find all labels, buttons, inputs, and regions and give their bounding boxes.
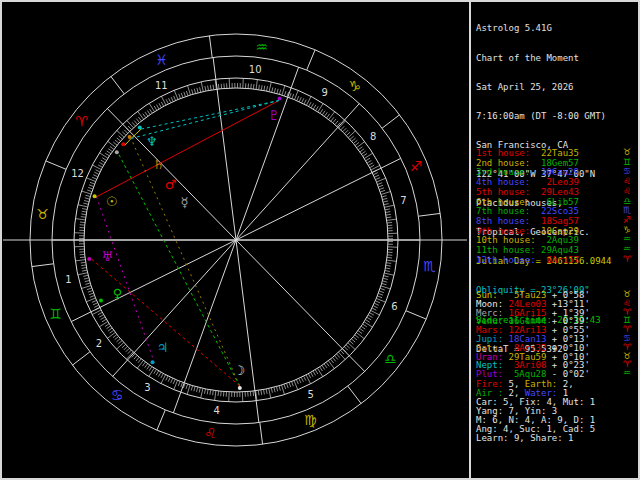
planet-glyph-uran: ♅ xyxy=(101,249,113,264)
planet-glyph-nept: ♆ xyxy=(146,134,158,149)
house-number-9: 9 xyxy=(321,87,327,98)
planet-dot-merc xyxy=(115,150,119,154)
house-cusp-value: 18Gem57 xyxy=(541,158,579,168)
house-number-7: 7 xyxy=(400,195,406,206)
house-cusp-value: 29Leo43 xyxy=(541,187,579,197)
chart-type: Chart of the Moment xyxy=(476,54,636,64)
sign-glyph-sagittarius: ♐ xyxy=(410,158,423,174)
planet-glyphs: ♆♄♂☿☉♅♀♃☽♇ xyxy=(101,108,280,377)
planet-markers xyxy=(87,97,281,390)
aspect-conjunct-mars-satu xyxy=(125,139,131,146)
chart-statistics: Fire: 5, Earth: 2,Air : 2, Water: 1Car: … xyxy=(476,380,636,443)
house-number-3: 3 xyxy=(144,382,150,393)
sidebar-divider xyxy=(469,0,471,480)
aspect-square-moon-uran xyxy=(91,259,240,386)
planet-dot-uran xyxy=(87,257,91,261)
planet-dot-venu xyxy=(99,299,103,303)
house-cusp-value: 22Sco35 xyxy=(541,206,579,216)
sign-glyph-sco: ♏ xyxy=(623,206,631,215)
sign-glyph-pisces: ♓ xyxy=(155,52,168,68)
house-cusp-list: 1st house: 22Tau35♉2nd house: 18Gem57♊3r… xyxy=(476,149,631,265)
wheel-svg: ♈♉♊♋♌♍♎♏♐♑♒♓123456789101112♆♄♂☿☉♅♀♃☽♇ xyxy=(0,0,470,480)
sign-glyph-aries: ♈ xyxy=(75,113,88,129)
house-cusp-value: 2Leo39 xyxy=(541,177,579,187)
sign-glyph-taurus: ♉ xyxy=(36,206,49,222)
chart-time: 7:16:00am (DT -8:00 GMT) xyxy=(476,112,636,122)
app-title: Astrolog 5.41G xyxy=(476,24,636,34)
planet-dot-plut xyxy=(278,97,282,101)
sign-glyph-gem: ♊ xyxy=(623,158,631,167)
sign-glyph-leo: ♌ xyxy=(204,425,217,441)
sign-glyph-aquarius: ♒ xyxy=(255,39,268,55)
planet-glyph-satu: ♄ xyxy=(153,157,165,172)
house-cusp-value: 22Tau35 xyxy=(541,148,579,158)
planet-glyph-mars: ♂ xyxy=(165,177,177,192)
house-label: 1st house: xyxy=(476,148,541,158)
planet-position-value: 5Aqu28 xyxy=(509,369,547,379)
sign-glyph-sag: ♐ xyxy=(623,216,631,225)
planet-glyph-merc: ☿ xyxy=(180,195,188,210)
house-cusp-value: 29Aqu43 xyxy=(541,245,579,255)
sign-glyph-cap: ♑ xyxy=(623,226,631,235)
chart-wheel-area: ♈♉♊♋♌♍♎♏♐♑♒♓123456789101112♆♄♂☿☉♅♀♃☽♇ xyxy=(0,0,470,480)
house-label: 2nd house: xyxy=(476,158,541,168)
planet-glyph-moon: ☽ xyxy=(233,363,245,378)
house-number-12: 12 xyxy=(71,168,84,179)
planet-glyph-sun: ☉ xyxy=(106,194,118,209)
planet-label: Plut: xyxy=(476,369,509,379)
sign-glyph-aqu: ♒ xyxy=(623,369,631,378)
house-number-6: 6 xyxy=(391,301,397,312)
aspect-trine-moon-merc xyxy=(118,154,239,387)
house-label: 3rd house: xyxy=(476,167,541,177)
aspect-sesquiquadrate-moon-satu xyxy=(131,139,240,387)
house-number-5: 5 xyxy=(308,389,314,400)
sign-glyph-tau: ♉ xyxy=(623,148,631,157)
sign-glyph-aqu: ♒ xyxy=(623,245,631,254)
house-cusp-value: 6Lib57 xyxy=(541,197,579,207)
stats-line: Learn: 9, Share: 1 xyxy=(476,434,636,443)
planet-glyph-venu: ♀ xyxy=(113,286,123,301)
sign-glyph-capricorn: ♑ xyxy=(349,78,362,94)
house-label: 4th house: xyxy=(476,177,541,187)
planet-glyph-jupi: ♃ xyxy=(157,340,169,355)
sign-glyph-leo: ♌ xyxy=(623,187,631,196)
sign-glyph-scorpio: ♏ xyxy=(423,258,436,274)
house-label: 5th house: xyxy=(476,187,541,197)
house-label: 11th house: xyxy=(476,245,541,255)
sign-glyph-leo: ♌ xyxy=(623,177,631,186)
sign-glyph-libra: ♎ xyxy=(384,351,397,367)
planet-dot-sun xyxy=(93,194,97,198)
planet-dot-jupi xyxy=(151,360,155,364)
sign-glyph-lib: ♎ xyxy=(623,197,631,206)
house-cusp-value: 6Ari57 xyxy=(541,255,579,265)
house-number-2: 2 xyxy=(96,338,102,349)
planet-row: Plut: 5Aqu28 - 0°02'♒ xyxy=(476,370,631,379)
planet-dot-moon xyxy=(238,386,242,390)
house-number-4: 4 xyxy=(214,405,220,416)
house-cusp-value: 2Aqu39 xyxy=(541,235,579,245)
house-cusp-value: 18Sag57 xyxy=(541,216,579,226)
house-row: 12th house: 6Ari57♈ xyxy=(476,256,631,266)
sign-glyph-ari: ♈ xyxy=(623,255,631,264)
aspect-sextile-nept-plut xyxy=(141,101,279,130)
house-label: 10th house: xyxy=(476,235,541,245)
sign-glyph-virgo: ♍ xyxy=(304,412,317,428)
house-label: 7th house: xyxy=(476,206,541,216)
aspect-square-sun-plut xyxy=(97,101,280,197)
planet-dot-mars xyxy=(121,142,125,146)
stats-segment: Learn: 9, Share: 1 xyxy=(476,433,574,443)
sign-glyph-gemini: ♊ xyxy=(49,306,62,322)
planet-dot-nept xyxy=(138,126,142,130)
sign-glyph-cancer: ♋ xyxy=(111,387,124,403)
planet-dot-satu xyxy=(128,135,132,139)
info-sidebar: Astrolog 5.41G Chart of the Moment Sat A… xyxy=(476,0,636,480)
house-cusp-value: 10Can29 xyxy=(541,167,579,177)
sign-glyph-can: ♋ xyxy=(623,167,631,176)
house-cusp-value: 10Cap29 xyxy=(541,226,579,236)
planet-position-list: Sun: 5Tau23 + 0°58'♉Moon: 24Leo03 +13°11… xyxy=(476,291,631,379)
house-label: 9th house: xyxy=(476,226,541,236)
house-label: 6th house: xyxy=(476,197,541,207)
house-number-8: 8 xyxy=(370,131,376,142)
house-number-1: 1 xyxy=(65,274,71,285)
house-label: 12th house: xyxy=(476,255,541,265)
